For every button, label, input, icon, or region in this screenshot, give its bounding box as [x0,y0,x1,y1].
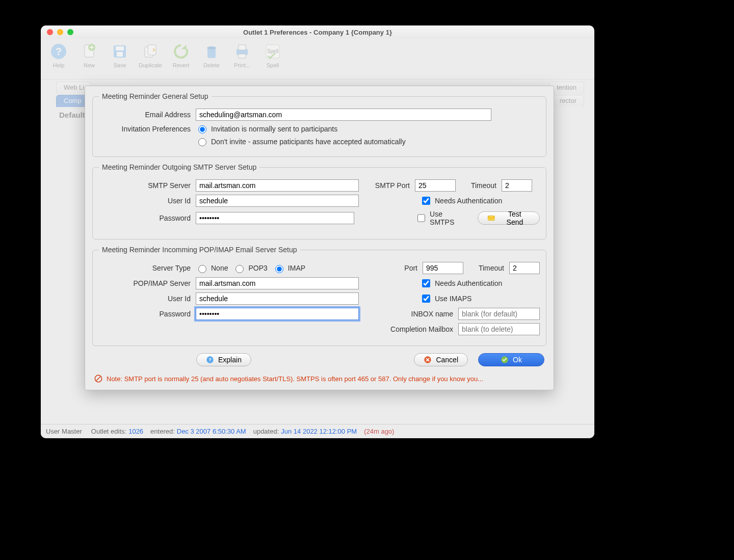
spell-icon: Spell [264,43,281,60]
check-use-smtps[interactable]: Use SMTPS [415,210,468,226]
button-cancel[interactable]: Cancel [414,353,468,366]
radio-type-none[interactable]: None [196,263,228,273]
radio-type-imap[interactable]: IMAP [273,263,305,273]
tab-rector[interactable]: rector [552,95,584,107]
tool-new[interactable]: New [76,43,102,68]
help-icon: ? [206,356,214,364]
tool-duplicate[interactable]: Duplicate [138,43,163,68]
tab-retention[interactable]: tention [549,82,584,94]
input-completion[interactable] [458,323,540,335]
status-entered: Dec 3 2007 6:50:30 AM [177,428,246,435]
status-ago: (24m ago) [364,428,394,435]
label-smtp-server: SMTP Server [99,181,191,190]
label-smtp-timeout: Timeout [461,181,496,190]
toolbar: ?HelpNewSaveDuplicateRevertDeletePrint..… [41,39,594,79]
label-inbox: INBOX name [402,310,453,318]
tool-revert[interactable]: Revert [168,43,194,68]
button-ok[interactable]: Ok [478,353,544,366]
svg-rect-16 [488,216,495,220]
label-smtp-pwd: Password [99,214,191,222]
button-explain[interactable]: ? Explain [196,353,251,366]
titlebar: Outlet 1 Preferences - Company 1 {Compan… [41,25,594,39]
label-in-timeout: Timeout [468,264,504,272]
revert-icon [172,43,190,60]
note-text: Note: SMTP port is normally 25 (and auto… [107,375,483,383]
status-updated: Jun 14 2022 12:12:00 PM [281,428,357,435]
tab-comp[interactable]: Comp [56,95,89,107]
label-completion: Completion Mailbox [377,325,453,333]
radio-invite-send[interactable]: Invitation is normally sent to participa… [196,124,337,134]
input-in-user[interactable] [196,292,359,305]
legend-general: Meeting Reminder General Setup [99,92,212,100]
group-incoming: Meeting Reminder Incomming POP/IMAP Emai… [92,246,546,346]
mail-icon [487,214,495,222]
check-in-auth[interactable]: Needs Authentication [420,278,502,289]
radio-invite-skip[interactable]: Don't invite - assume paticipants have a… [196,137,406,146]
label-in-server: POP/IMAP Server [99,279,191,287]
cancel-icon [424,356,432,364]
input-in-port[interactable] [423,262,463,274]
help-icon: ? [50,43,67,60]
input-smtp-port[interactable] [415,179,456,192]
print-icon [233,43,251,60]
tool-delete[interactable]: Delete [199,43,224,68]
input-smtp-server[interactable] [196,179,359,192]
preferences-window: Outlet 1 Preferences - Company 1 {Compan… [41,25,594,438]
tool-save[interactable]: Save [107,43,133,68]
svg-rect-13 [239,54,246,58]
svg-rect-5 [116,46,124,50]
label-email: Email Address [99,111,191,119]
svg-text:?: ? [208,357,212,362]
input-smtp-timeout[interactable] [502,179,532,192]
input-in-pwd[interactable] [196,308,359,320]
tool-help[interactable]: ?Help [46,43,71,68]
radio-type-pop3[interactable]: POP3 [233,263,267,273]
status-user: User Master [46,428,82,435]
check-smtp-auth[interactable]: Needs Authentication [420,195,502,206]
svg-rect-6 [117,52,123,57]
input-in-server[interactable] [196,277,359,289]
ok-icon [501,356,509,364]
check-use-imaps[interactable]: Use IMAPS [420,293,471,304]
meeting-reminder-dialog: Meeting Reminder General Setup Email Add… [85,86,554,390]
svg-line-22 [96,377,100,381]
note-bar: Note: SMTP port is normally 25 (and auto… [92,371,546,386]
group-smtp: Meeting Reminder Outgoing SMTP Server Se… [92,163,546,239]
warning-icon [94,375,102,383]
label-invitation: Invitation Preferences [99,125,191,133]
input-smtp-user[interactable] [196,195,359,207]
save-icon [111,43,128,60]
input-email[interactable] [196,109,491,121]
label-in-user: User Id [99,295,191,303]
tool-print[interactable]: Print... [229,43,255,68]
label-server-type: Server Type [99,264,191,272]
new-icon [81,43,98,60]
svg-rect-12 [239,45,246,50]
group-general: Meeting Reminder General Setup Email Add… [92,92,546,157]
label-smtp-port: SMTP Port [364,181,410,190]
svg-point-10 [207,46,216,49]
input-smtp-pwd[interactable] [196,212,354,224]
delete-icon [203,43,220,60]
input-inbox[interactable] [458,308,540,320]
legend-incoming: Meeting Reminder Incomming POP/IMAP Emai… [99,246,300,254]
dup-icon [142,43,159,60]
legend-smtp: Meeting Reminder Outgoing SMTP Server Se… [99,163,259,171]
window-title: Outlet 1 Preferences - Company 1 {Compan… [41,29,594,36]
label-smtp-user: User Id [99,197,191,205]
label-in-port: Port [392,264,417,272]
label-in-pwd: Password [99,310,191,318]
button-test-send[interactable]: Test Send [478,211,540,225]
tool-spell[interactable]: SpellSpell [260,43,285,68]
status-edits: 1026 [128,428,143,435]
svg-text:?: ? [56,46,62,57]
svg-text:Spell: Spell [267,48,278,54]
input-in-timeout[interactable] [509,262,540,274]
statusbar: User Master Outlet edits: 1026 entered: … [41,424,594,438]
